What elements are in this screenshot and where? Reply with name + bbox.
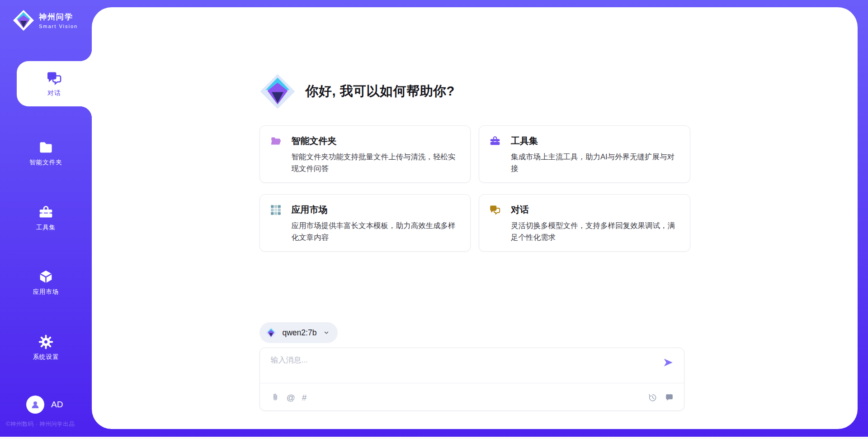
brand-name: 神州问学 xyxy=(39,12,78,22)
message-composer: @ # xyxy=(259,348,684,411)
send-icon xyxy=(662,357,674,368)
folder-open-icon xyxy=(270,135,282,147)
paperclip-icon xyxy=(271,393,280,402)
sidebar-item-label: 对话 xyxy=(47,89,61,97)
mention-button[interactable]: @ xyxy=(287,393,295,402)
person-icon xyxy=(30,399,41,410)
card-head: 智能文件夹 xyxy=(270,135,460,147)
card-chat[interactable]: 对话 灵活切换多模型文件，支持多样回复效果调试，满足个性化需求 xyxy=(479,194,690,252)
copyright-footer: ©神州数码 · 神州问学出品 xyxy=(6,420,75,428)
card-head: 应用市场 xyxy=(270,204,460,216)
card-app-market[interactable]: 应用市场 应用市场提供丰富长文本模板，助力高效生成多样化文章内容 xyxy=(259,194,471,252)
brand-diamond-icon xyxy=(13,10,34,31)
card-toolset[interactable]: 工具集 集成市场上主流工具，助力AI与外界无缝扩展与对接 xyxy=(479,125,690,183)
send-button[interactable] xyxy=(662,357,674,368)
toolbar-right xyxy=(648,393,674,402)
sidebar-item-toolset[interactable]: 工具集 xyxy=(0,205,92,232)
card-title: 应用市场 xyxy=(292,204,328,216)
sidebar-item-app-market[interactable]: 应用市场 xyxy=(0,269,92,296)
chat-bubbles-icon xyxy=(489,204,501,216)
app-grid-icon xyxy=(270,204,282,216)
card-description: 应用市场提供丰富长文本模板，助力高效生成多样化文章内容 xyxy=(292,220,460,243)
sidebar: 神州问学 Smart Vision 对话 智能文件夹 xyxy=(0,0,92,439)
sidebar-item-settings[interactable]: 系统设置 xyxy=(0,334,92,361)
brand-diamond-icon xyxy=(259,73,296,110)
app-window: 你好, 我可以如何帮助你? 智能文件夹 智能文件夹功能支持批量文件上传与清洗，轻… xyxy=(0,0,868,439)
card-head: 对话 xyxy=(489,204,679,216)
message-square-icon xyxy=(665,393,674,402)
at-sign-icon: @ xyxy=(287,393,295,402)
gear-icon xyxy=(38,334,54,350)
user-name: AD xyxy=(51,400,63,410)
toolbox-icon xyxy=(489,135,501,147)
history-button[interactable] xyxy=(648,393,657,402)
toolbox-icon xyxy=(38,205,54,220)
brand-diamond-icon xyxy=(265,327,277,339)
card-title: 工具集 xyxy=(511,135,538,147)
greeting-row: 你好, 我可以如何帮助你? xyxy=(259,73,455,110)
chevron-down-icon xyxy=(323,329,330,336)
card-title: 对话 xyxy=(511,204,529,216)
card-description: 智能文件夹功能支持批量文件上传与清洗，轻松实现文件问答 xyxy=(292,151,460,174)
avatar xyxy=(26,396,44,414)
sidebar-item-smart-folder[interactable]: 智能文件夹 xyxy=(0,139,92,167)
content-column: 你好, 我可以如何帮助你? 智能文件夹 智能文件夹功能支持批量文件上传与清洗，轻… xyxy=(259,7,690,429)
main-content-area: 你好, 我可以如何帮助你? 智能文件夹 智能文件夹功能支持批量文件上传与清洗，轻… xyxy=(92,7,858,429)
topic-button[interactable]: # xyxy=(302,393,307,402)
model-selector[interactable]: qwen2:7b xyxy=(259,322,338,343)
folder-icon xyxy=(38,139,54,155)
card-title: 智能文件夹 xyxy=(292,135,337,147)
message-input[interactable] xyxy=(271,355,651,380)
user-account-button[interactable]: AD xyxy=(26,396,63,414)
sidebar-item-label: 系统设置 xyxy=(33,353,59,361)
composer-toolbar: @ # xyxy=(271,383,674,411)
sidebar-item-chat[interactable]: 对话 xyxy=(17,61,92,106)
hash-icon: # xyxy=(302,393,307,402)
greeting-title: 你好, 我可以如何帮助你? xyxy=(306,82,455,100)
toolbar-left: @ # xyxy=(271,393,307,402)
feature-cards: 智能文件夹 智能文件夹功能支持批量文件上传与清洗，轻松实现文件问答 工具 xyxy=(259,125,690,252)
sidebar-item-label: 应用市场 xyxy=(33,288,59,296)
brand-text: 神州问学 Smart Vision xyxy=(39,12,78,29)
quick-message-button[interactable] xyxy=(665,393,674,402)
sidebar-item-label: 工具集 xyxy=(36,224,56,232)
bottom-strip xyxy=(0,437,868,439)
card-smart-folder[interactable]: 智能文件夹 智能文件夹功能支持批量文件上传与清洗，轻松实现文件问答 xyxy=(259,125,471,183)
brand: 神州问学 Smart Vision xyxy=(13,10,78,31)
chat-bubbles-icon xyxy=(46,70,62,86)
card-head: 工具集 xyxy=(489,135,679,147)
cube-icon xyxy=(38,269,54,285)
card-description: 灵活切换多模型文件，支持多样回复效果调试，满足个性化需求 xyxy=(511,220,679,243)
history-icon xyxy=(648,393,657,402)
sidebar-item-label: 智能文件夹 xyxy=(29,158,62,167)
attach-file-button[interactable] xyxy=(271,393,280,402)
card-description: 集成市场上主流工具，助力AI与外界无缝扩展与对接 xyxy=(511,151,679,174)
brand-subtitle: Smart Vision xyxy=(39,24,78,29)
model-name: qwen2:7b xyxy=(283,328,317,338)
